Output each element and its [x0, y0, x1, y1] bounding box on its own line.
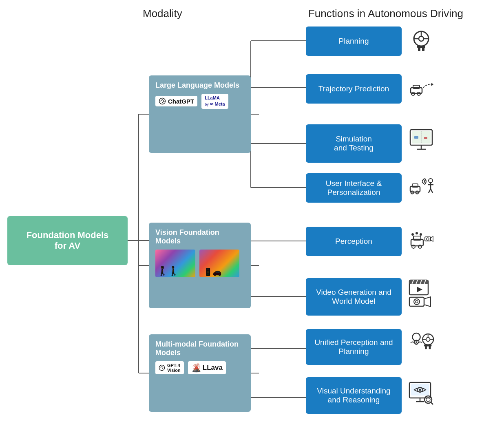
svg-line-88: [431, 402, 433, 404]
simulation-icon: [408, 126, 434, 153]
func-trajectory-label: Trajectory Prediction: [318, 84, 389, 93]
chatgpt-logo: ChatGPT: [155, 96, 197, 106]
svg-marker-31: [431, 83, 433, 86]
func-unified-label: Unified Perception andPlanning: [314, 338, 393, 356]
visual-icon: [408, 379, 434, 406]
root-label: Foundation Modelsfor AV: [27, 230, 109, 251]
trajectory-icon: [408, 74, 434, 101]
func-planning: Planning: [306, 27, 402, 56]
multimodal-title: Multi-modal FoundationModels: [155, 340, 244, 357]
svg-point-52: [411, 233, 414, 236]
func-simulation: Simulationand Testing: [306, 124, 402, 163]
llm-logos: ChatGPT LLaMAby ∞ Meta: [155, 94, 244, 109]
svg-point-20: [419, 36, 424, 41]
modality-llm: Large Language Models ChatGPT LLaMAby ∞ …: [149, 75, 251, 153]
svg-marker-68: [424, 297, 431, 307]
func-perception: Perception: [306, 227, 402, 256]
svg-point-83: [419, 389, 421, 391]
svg-rect-36: [424, 137, 427, 139]
svg-point-53: [416, 232, 418, 234]
multimodal-logos: GPT-4Vision 🌋 LLava: [155, 361, 244, 374]
gpt4-logo: GPT-4Vision: [155, 361, 184, 374]
perception-icon: [408, 225, 434, 252]
svg-point-73: [426, 337, 430, 341]
planning-icon: [408, 27, 434, 53]
videogen-icon: [408, 279, 434, 306]
func-perception-label: Perception: [335, 237, 372, 246]
func-visual-label: Visual Understandingand Reasoning: [317, 387, 390, 404]
vision-title: Vision FoundationModels: [155, 228, 244, 245]
svg-rect-26: [417, 46, 425, 48]
svg-rect-35: [414, 136, 418, 139]
modality-multimodal: Multi-modal FoundationModels GPT-4Vision…: [149, 334, 251, 412]
func-videogen-label: Video Generation andWorld Model: [316, 288, 391, 306]
modality-vision: Vision FoundationModels: [149, 223, 251, 308]
svg-point-56: [427, 238, 429, 240]
svg-point-66: [414, 299, 420, 305]
svg-point-71: [416, 341, 417, 343]
svg-point-54: [420, 233, 422, 236]
modality-label: Modality: [143, 7, 182, 20]
svg-line-47: [431, 189, 433, 193]
func-userinterface-label: User Interface &Personalization: [326, 179, 382, 197]
func-visual: Visual Understandingand Reasoning: [306, 377, 402, 414]
svg-point-67: [416, 300, 418, 303]
func-videogen: Video Generation andWorld Model: [306, 278, 402, 316]
svg-line-46: [429, 189, 431, 193]
llava-logo: 🌋 LLava: [188, 361, 226, 374]
func-userinterface: User Interface &Personalization: [306, 173, 402, 203]
vision-image-1: [155, 250, 195, 277]
func-simulation-label: Simulationand Testing: [334, 135, 374, 152]
connector-lines: [0, 0, 504, 422]
svg-marker-64: [417, 287, 422, 292]
vision-images: [155, 250, 244, 277]
llama-logo: LLaMAby ∞ Meta: [201, 94, 228, 109]
diagram-container: Functions in Autonomous Driving Modality: [0, 0, 504, 422]
svg-point-43: [429, 179, 433, 183]
root-box: Foundation Modelsfor AV: [7, 216, 128, 265]
svg-rect-79: [424, 344, 431, 346]
header-title: Functions in Autonomous Driving: [308, 7, 463, 20]
func-trajectory: Trajectory Prediction: [306, 74, 402, 104]
llm-title: Large Language Models: [155, 81, 244, 90]
func-planning-label: Planning: [339, 37, 369, 46]
userinterface-icon: [408, 173, 434, 200]
vision-image-2: [199, 250, 239, 277]
func-unified: Unified Perception andPlanning: [306, 329, 402, 365]
unified-icon: [408, 329, 434, 356]
